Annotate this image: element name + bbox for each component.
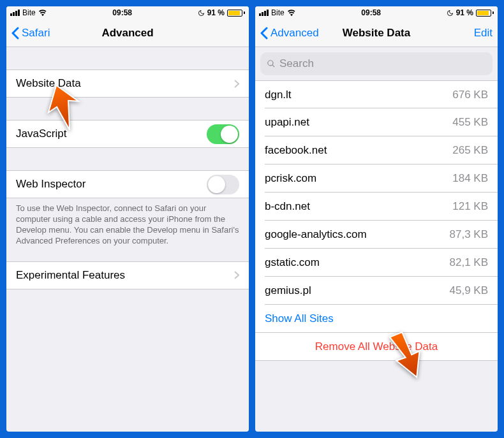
site-row[interactable]: gstatic.com82,1 KB (255, 249, 498, 277)
web-inspector-row: Web Inspector (6, 170, 249, 198)
wifi-icon (38, 8, 47, 17)
battery-icon (476, 10, 494, 17)
site-domain: google-analytics.com (265, 228, 450, 241)
site-row[interactable]: facebook.net265 KB (255, 136, 498, 164)
search-input[interactable]: Search (260, 52, 493, 75)
web-inspector-toggle[interactable] (207, 175, 239, 194)
site-size: 184 KB (452, 172, 488, 185)
status-bar: Bite 09:58 91 % (255, 6, 498, 19)
status-bar: Bite 09:58 91 % (6, 6, 249, 19)
site-size: 265 KB (452, 144, 488, 157)
site-domain: gstatic.com (265, 256, 450, 269)
search-container: Search (255, 47, 498, 80)
site-size: 82,1 KB (450, 256, 489, 269)
settings-list: Website Data JavaScript Web Inspector To… (6, 47, 249, 432)
sites-group: dgn.lt676 KBupapi.net455 KBfacebook.net2… (255, 80, 498, 333)
chevron-left-icon (11, 27, 19, 40)
battery-icon (227, 10, 245, 17)
status-left: Bite (259, 8, 296, 17)
site-row[interactable]: dgn.lt676 KB (255, 80, 498, 108)
wifi-icon (287, 8, 296, 17)
chevron-left-icon (260, 27, 268, 40)
edit-button[interactable]: Edit (474, 27, 493, 40)
status-time: 09:58 (112, 8, 132, 17)
phone-left-advanced: Bite 09:58 91 % Safari Advanced Webs (6, 6, 249, 432)
signal-icon (259, 10, 269, 16)
back-button[interactable]: Safari (11, 27, 50, 40)
web-inspector-footer: To use the Web Inspector, connect to Saf… (6, 198, 249, 252)
site-domain: dgn.lt (265, 89, 452, 101)
web-inspector-label: Web Inspector (16, 178, 207, 191)
javascript-label: JavaScript (16, 128, 207, 140)
battery-percent: 91 % (456, 8, 473, 17)
chevron-right-icon (234, 271, 239, 279)
status-time: 09:58 (361, 8, 381, 17)
back-button[interactable]: Advanced (260, 27, 319, 40)
phone-right-website-data: Bite 09:58 91 % Advanced Website Data Ed… (255, 6, 498, 432)
search-placeholder: Search (279, 57, 314, 70)
site-row[interactable]: b-cdn.net121 KB (255, 193, 498, 221)
do-not-disturb-icon (447, 10, 454, 17)
site-size: 121 KB (452, 200, 488, 213)
site-size: 455 KB (452, 116, 488, 129)
carrier-label: Bite (22, 8, 36, 17)
site-size: 676 KB (452, 89, 488, 101)
javascript-toggle[interactable] (207, 124, 239, 144)
website-data-label: Website Data (16, 77, 229, 90)
chevron-right-icon (234, 80, 239, 88)
nav-bar: Advanced Website Data Edit (255, 19, 498, 47)
website-data-list: Search dgn.lt676 KBupapi.net455 KBfacebo… (255, 47, 498, 432)
site-domain: facebook.net (265, 144, 452, 157)
site-domain: upapi.net (265, 116, 452, 129)
site-domain: b-cdn.net (265, 200, 452, 213)
nav-bar: Safari Advanced (6, 19, 249, 47)
back-label: Advanced (271, 27, 319, 40)
site-row[interactable]: gemius.pl45,9 KB (255, 277, 498, 305)
search-icon (267, 59, 276, 68)
website-data-row[interactable]: Website Data (6, 69, 249, 98)
do-not-disturb-icon (198, 10, 205, 17)
site-size: 87,3 KB (450, 228, 489, 241)
site-size: 45,9 KB (450, 284, 489, 297)
status-left: Bite (10, 8, 47, 17)
javascript-row: JavaScript (6, 120, 249, 148)
battery-percent: 91 % (207, 8, 225, 17)
show-all-sites-button[interactable]: Show All Sites (255, 305, 498, 333)
show-all-label: Show All Sites (265, 312, 334, 325)
remove-all-button[interactable]: Remove All Website Data (255, 333, 498, 361)
remove-all-group: Remove All Website Data (255, 333, 498, 361)
back-label: Safari (22, 27, 50, 40)
site-row[interactable]: upapi.net455 KB (255, 108, 498, 136)
status-right: 91 % (447, 8, 494, 17)
site-domain: gemius.pl (265, 284, 450, 297)
site-row[interactable]: pcrisk.com184 KB (255, 164, 498, 193)
carrier-label: Bite (271, 8, 285, 17)
site-domain: pcrisk.com (265, 172, 452, 185)
signal-icon (10, 10, 20, 16)
experimental-label: Experimental Features (16, 269, 229, 282)
experimental-features-row[interactable]: Experimental Features (6, 261, 249, 289)
status-right: 91 % (198, 8, 245, 17)
remove-all-label: Remove All Website Data (265, 340, 488, 353)
site-row[interactable]: google-analytics.com87,3 KB (255, 221, 498, 249)
